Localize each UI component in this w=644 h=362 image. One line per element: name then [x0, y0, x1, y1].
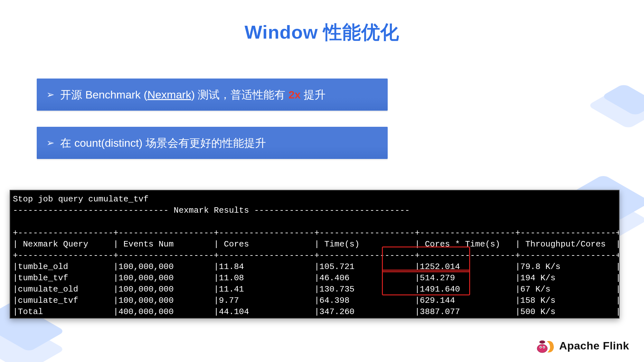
table-row: |Total |400,000,000 |44.104 |347.260 |38…	[13, 307, 620, 317]
terminal-output: Stop job query cumulate_tvf ------------…	[10, 190, 620, 319]
terminal-sep: +-------------------+-------------------…	[13, 318, 620, 319]
table-row: |cumulate_tvf |100,000,000 |9.77 |64.398…	[13, 296, 620, 305]
footer-brand: Apache Flink	[559, 339, 629, 352]
svg-point-5	[544, 347, 545, 348]
decor-cloud	[580, 84, 644, 142]
terminal-header: | Nexmark Query | Events Num | Cores | T…	[13, 239, 620, 249]
flink-logo-icon	[535, 338, 554, 354]
bullet-arrow-icon: ➢	[46, 88, 56, 101]
slide-title: Window 性能优化	[0, 20, 644, 45]
link-nexmark[interactable]: Nexmark	[147, 88, 191, 101]
bullet-count-distinct: ➢ 在 count(distinct) 场景会有更好的性能提升	[37, 127, 388, 159]
bullet-arrow-icon: ➢	[46, 136, 56, 149]
terminal-line: Stop job query cumulate_tvf	[13, 194, 148, 204]
highlight-2x: 2x	[289, 88, 301, 101]
table-row: |tumble_tvf |100,000,000 |11.08 |46.406 …	[13, 273, 620, 283]
terminal-sep: +-------------------+-------------------…	[13, 251, 620, 260]
svg-point-6	[539, 340, 545, 344]
footer: Apache Flink	[535, 338, 629, 354]
bullet-text: 在 count(distinct) 场景会有更好的性能提升	[60, 137, 266, 149]
bullet-benchmark: ➢ 开源 Benchmark (Nexmark) 测试，普适性能有 2x 提升	[37, 79, 388, 111]
table-row: |tumble_old |100,000,000 |11.84 |105.721…	[13, 262, 620, 272]
terminal-sep: +-------------------+-------------------…	[13, 228, 620, 238]
svg-point-3	[540, 347, 541, 348]
terminal-line: ------------------------------- Nexmark …	[13, 206, 410, 215]
bullet-text: 开源 Benchmark (Nexmark) 测试，普适性能有 2x 提升	[60, 88, 326, 101]
table-row: |cumulate_old |100,000,000 |11.41 |130.7…	[13, 284, 620, 294]
